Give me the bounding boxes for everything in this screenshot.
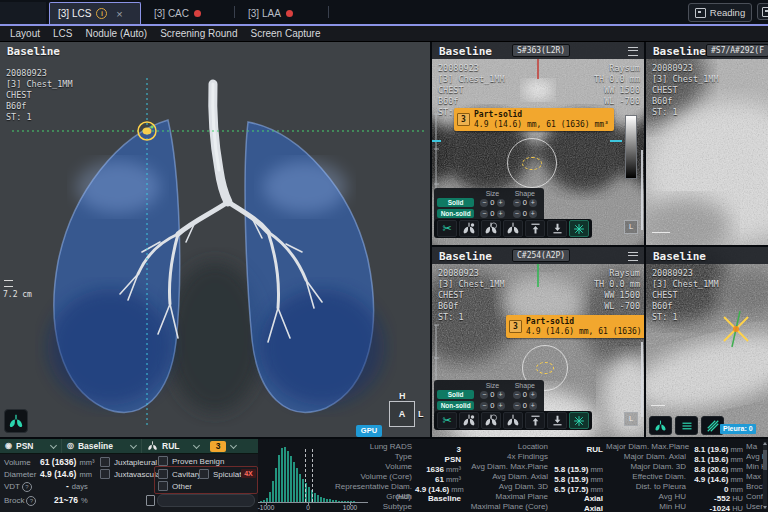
plus-button[interactable]: + — [529, 210, 537, 218]
nonsolid-button[interactable]: Non-solid — [437, 401, 474, 410]
scroll-thumb[interactable] — [763, 450, 767, 470]
menu-bar: Layout LCS Nodule (Auto) Screening Round… — [0, 26, 768, 42]
plus-button[interactable]: + — [529, 402, 537, 410]
lung-dot-tool-icon[interactable] — [459, 220, 479, 237]
scroll-down-icon[interactable] — [763, 506, 767, 509]
lung-circle-tool-icon[interactable] — [481, 220, 501, 237]
hu-tick-min: -1000 — [258, 504, 275, 511]
checkbox-icon[interactable] — [158, 481, 168, 491]
info-icon[interactable]: ? — [26, 496, 36, 506]
study-date: 20080923 — [652, 268, 719, 279]
study-metadata: 20080923 [3] Chest_1MM CHEST B60f ST: 1 — [652, 63, 719, 118]
nodule-annotation[interactable]: 3 Part-solid4.9 (14.6) mm, 61 (1636) mm³ — [454, 108, 614, 131]
chevron-down-icon[interactable] — [230, 441, 237, 448]
nodule-toolbar: ✂ — [434, 219, 592, 238]
table-scrollbar[interactable] — [763, 442, 767, 509]
other-checkbox[interactable]: Other — [158, 481, 192, 491]
plus-button[interactable]: + — [497, 199, 505, 207]
scrollbar[interactable] — [641, 342, 643, 417]
nodule-annotation[interactable]: 3 Part-solid4.9 (14.6) mm, 61 (1636) mm³ — [506, 315, 644, 338]
reading-button[interactable]: Reading — [688, 3, 752, 22]
info-icon[interactable]: ? — [22, 482, 32, 492]
viewport-volume-zoom[interactable]: Baseline 20080923 [3] Chest_1MM CHEST B6… — [646, 247, 768, 437]
viewport-3d-lung[interactable]: Baseline 20080923 [3] Chest_1MM CHEST B6… — [0, 42, 430, 437]
snap-bottom-tool-icon[interactable] — [547, 412, 567, 429]
lobe-selector[interactable]: RUL — [142, 439, 204, 453]
minus-button[interactable]: − — [513, 210, 521, 218]
plus-button[interactable]: + — [529, 199, 537, 207]
tab-laa-label: [3] LAA — [248, 8, 281, 19]
menu-nodule-auto[interactable]: Nodule (Auto) — [85, 28, 147, 39]
plus-button[interactable]: + — [529, 391, 537, 399]
solid-button[interactable]: Solid — [437, 198, 474, 207]
lung-view-icon[interactable] — [649, 416, 672, 435]
viewport-title: Baseline — [7, 45, 60, 58]
lung-dot-tool-icon[interactable] — [459, 412, 479, 429]
scrollbar[interactable] — [641, 150, 643, 230]
orientation-cube[interactable]: A — [389, 401, 415, 427]
menu-layout[interactable]: Layout — [10, 28, 40, 39]
minus-button[interactable]: − — [480, 402, 488, 410]
minus-button[interactable]: − — [513, 199, 521, 207]
tab-lcs[interactable]: [3] LCS i × — [49, 2, 141, 24]
window-level: WL -700 — [594, 96, 640, 107]
solid-button[interactable]: Solid — [437, 390, 474, 399]
timepoint-selector[interactable]: ◎ Baseline — [62, 439, 142, 453]
nonsolid-button[interactable]: Non-solid — [437, 209, 474, 218]
checkbox-icon[interactable] — [158, 469, 168, 479]
nodule-number-badge[interactable]: 3 — [210, 441, 226, 452]
list-view-icon[interactable] — [675, 416, 698, 435]
snap-bottom-tool-icon[interactable] — [547, 220, 567, 237]
cut-tool-icon[interactable]: ✂ — [437, 220, 457, 237]
minus-button[interactable]: − — [513, 391, 521, 399]
slice-thickness: ST: 1 — [6, 112, 73, 123]
nodule-detail-block: ◉ PSN ◎ Baseline RUL 3 Volume61 (1636)mm… — [0, 439, 258, 512]
minus-button[interactable]: − — [480, 210, 488, 218]
checkbox-icon[interactable] — [158, 456, 168, 466]
checkbox-icon[interactable] — [100, 469, 110, 479]
hu-marker-line — [305, 449, 306, 502]
brock-field: Brock? 21~76% — [4, 495, 88, 506]
auto-segment-tool-icon[interactable] — [569, 220, 589, 237]
auto-segment-tool-icon[interactable] — [569, 412, 589, 429]
checkbox-icon[interactable] — [199, 469, 209, 479]
proven-benign-checkbox[interactable]: Proven Benign — [158, 456, 224, 466]
menu-icon[interactable] — [628, 252, 638, 261]
snap-top-tool-icon[interactable] — [525, 220, 545, 237]
menu-screening-round[interactable]: Screening Round — [160, 28, 237, 39]
lung-outline-tool-icon[interactable] — [503, 412, 523, 429]
histogram-bar — [269, 492, 271, 502]
lung-view-button[interactable] — [4, 409, 28, 433]
minus-button[interactable]: − — [480, 391, 488, 399]
lung-outline-tool-icon[interactable] — [503, 220, 523, 237]
minus-button[interactable]: − — [513, 402, 521, 410]
snap-top-tool-icon[interactable] — [525, 412, 545, 429]
viewport-coronal-ct[interactable]: Baseline C#254(A2P) 20080923 [3] Chest_1… — [432, 247, 644, 437]
note-input[interactable] — [157, 494, 255, 507]
juxtapleural-checkbox[interactable]: Juxtapleural — [100, 457, 157, 467]
close-icon[interactable]: × — [116, 8, 122, 20]
menu-screen-capture[interactable]: Screen Capture — [250, 28, 320, 39]
nodule-stats-table: Lung RADS3LocationRULMajor Diam. Max.Pla… — [330, 442, 764, 511]
lung-circle-tool-icon[interactable] — [481, 412, 501, 429]
nodule-circle-marker[interactable] — [507, 138, 557, 188]
tab-laa[interactable]: [3] LAA — [240, 2, 324, 24]
menu-icon[interactable] — [628, 47, 638, 56]
viewport-axial-zoom[interactable]: Baseline #S7/A#292(F 20080923 [3] Chest_… — [646, 42, 768, 245]
scroll-up-icon[interactable] — [763, 442, 767, 445]
cut-tool-icon[interactable]: ✂ — [437, 412, 457, 429]
plus-button[interactable]: + — [497, 402, 505, 410]
minus-button[interactable]: − — [480, 199, 488, 207]
viewport-sagittal-ct[interactable]: Baseline S#363(L2R) 20080923 [3] Chest_1… — [432, 42, 644, 245]
panel-icon — [762, 7, 768, 17]
timepoint-icon: ◎ — [67, 442, 74, 450]
type-selector[interactable]: ◉ PSN — [0, 439, 62, 453]
plus-button[interactable]: + — [497, 391, 505, 399]
cavitary-checkbox[interactable]: Cavitary — [158, 469, 201, 479]
cropped-toolbar-button[interactable] — [757, 3, 768, 20]
series-name: [3] Chest_1MM — [438, 74, 505, 85]
menu-lcs[interactable]: LCS — [53, 28, 72, 39]
tab-cac[interactable]: [3] CAC — [146, 2, 230, 24]
checkbox-icon[interactable] — [100, 457, 110, 467]
plus-button[interactable]: + — [497, 210, 505, 218]
